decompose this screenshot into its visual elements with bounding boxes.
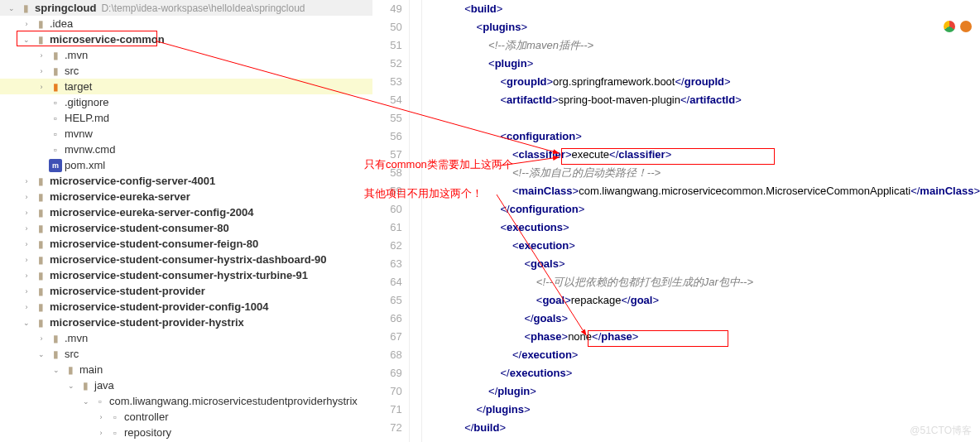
chevron-icon[interactable]: ⌄ bbox=[81, 397, 91, 406]
folder-icon: ▮ bbox=[34, 190, 47, 204]
code-line: <mainClass>com.liwangwang.microserviceco… bbox=[429, 182, 980, 200]
tree-item[interactable]: ›▫controller bbox=[0, 409, 372, 425]
tree-item[interactable]: ›▮microservice-student-consumer-hystrix-… bbox=[0, 252, 372, 267]
tree-item[interactable]: ›▮microservice-config-server-4001 bbox=[0, 173, 372, 189]
firefox-icon[interactable] bbox=[960, 21, 972, 32]
code-line: </configuration> bbox=[429, 200, 980, 219]
folder-icon: ▮ bbox=[49, 65, 62, 78]
chevron-icon[interactable]: › bbox=[36, 67, 46, 75]
tree-item[interactable]: ⌄▮springcloudD:\temp\idea-workspase\hell… bbox=[0, 0, 372, 16]
folder-icon: ▮ bbox=[34, 238, 47, 251]
folder-icon: ▮ bbox=[34, 222, 47, 235]
chevron-icon[interactable]: › bbox=[22, 287, 31, 295]
folder-icon: ▮ bbox=[79, 379, 92, 392]
chevron-icon[interactable]: ⌄ bbox=[22, 36, 31, 44]
folder-icon: ▮ bbox=[49, 332, 62, 345]
tree-item[interactable]: ⌄▮src bbox=[0, 346, 372, 362]
code-line: <configuration> bbox=[429, 127, 980, 146]
tree-item[interactable]: ›▮microservice-student-consumer-feign-80 bbox=[0, 236, 372, 252]
tree-label: .mvn bbox=[65, 332, 88, 344]
tree-item[interactable]: ›▮.mvn bbox=[0, 330, 372, 346]
file-icon: ▫ bbox=[49, 96, 62, 109]
folder-icon: ▮ bbox=[34, 269, 47, 282]
fold-gutter bbox=[410, 0, 422, 442]
tree-label: microservice-student-consumer-hystrix-tu… bbox=[50, 269, 308, 281]
chevron-icon[interactable]: › bbox=[36, 334, 46, 343]
browser-icons bbox=[944, 21, 972, 32]
file-icon: ▫ bbox=[49, 143, 62, 156]
chevron-icon[interactable]: › bbox=[96, 429, 106, 437]
chevron-icon[interactable]: › bbox=[22, 177, 31, 185]
tree-label: microservice-student-consumer-feign-80 bbox=[50, 238, 258, 250]
tree-label: microservice-student-provider bbox=[50, 285, 205, 297]
tree-label: .gitignore bbox=[65, 96, 108, 108]
tree-item[interactable]: ›▮target bbox=[0, 79, 372, 94]
tree-item[interactable]: ›▮microservice-eureka-server bbox=[0, 189, 372, 204]
tree-label: microservice-student-provider-config-100… bbox=[50, 300, 268, 313]
folder-icon: ▮ bbox=[34, 316, 47, 329]
tree-item[interactable]: ›▮microservice-eureka-server-config-2004 bbox=[0, 204, 372, 220]
folder-icon: ▮ bbox=[34, 285, 47, 298]
chrome-icon[interactable] bbox=[944, 21, 955, 32]
code-line: <plugins> bbox=[429, 18, 980, 36]
code-line: </build> bbox=[429, 419, 980, 437]
tree-item[interactable]: ▫mvnw.cmd bbox=[0, 142, 372, 157]
tree-item[interactable]: ⌄▮microservice-common bbox=[0, 31, 372, 47]
chevron-icon[interactable]: › bbox=[22, 240, 31, 248]
tree-item[interactable]: mpom.xml bbox=[0, 157, 372, 173]
tree-item[interactable]: ›▮src bbox=[0, 63, 372, 79]
tree-item[interactable]: ⌄▮main bbox=[0, 362, 372, 377]
tree-label: microservice-eureka-server-config-2004 bbox=[50, 206, 253, 219]
folder-orange-icon: ▮ bbox=[49, 80, 62, 94]
tree-item[interactable]: ⌄▮microservice-student-provider-hystrix bbox=[0, 315, 372, 330]
folder-icon: ▮ bbox=[34, 175, 47, 188]
code-line: </goals> bbox=[429, 310, 980, 328]
chevron-icon[interactable]: › bbox=[36, 83, 46, 91]
code-line: <build> bbox=[429, 0, 980, 18]
code-editor[interactable]: 4950515253545556575859606162636465666768… bbox=[372, 0, 980, 442]
code-line: <goal>repackage</goal> bbox=[429, 291, 980, 310]
chevron-icon[interactable]: › bbox=[96, 413, 106, 421]
project-tree[interactable]: ⌄▮springcloudD:\temp\idea-workspase\hell… bbox=[0, 0, 372, 442]
tree-item[interactable]: ▫.gitignore bbox=[0, 94, 372, 110]
tree-item[interactable]: ⌄▫com.liwangwang.microservicestudentprov… bbox=[0, 393, 372, 409]
code-line: <!--添加maven插件--> bbox=[429, 36, 980, 55]
chevron-icon[interactable]: › bbox=[22, 303, 31, 311]
chevron-icon[interactable]: › bbox=[36, 51, 46, 60]
chevron-icon[interactable]: ⌄ bbox=[22, 319, 31, 327]
tree-item[interactable]: ›▮microservice-student-consumer-hystrix-… bbox=[0, 267, 372, 283]
tree-item[interactable]: ›▮.mvn bbox=[0, 47, 372, 63]
tree-item[interactable]: ▫HELP.md bbox=[0, 110, 372, 126]
tree-item[interactable]: ›▫repository bbox=[0, 425, 372, 440]
chevron-icon[interactable]: › bbox=[22, 271, 31, 280]
folder-icon: ▮ bbox=[34, 33, 47, 46]
folder-icon: ▮ bbox=[34, 17, 47, 31]
chevron-icon[interactable]: ⌄ bbox=[7, 4, 17, 12]
folder-icon: ▮ bbox=[49, 49, 62, 62]
tree-item[interactable]: ›▮microservice-student-provider-config-1… bbox=[0, 299, 372, 315]
chevron-icon[interactable]: ⌄ bbox=[51, 366, 61, 374]
tree-item[interactable]: ›▮.idea bbox=[0, 16, 372, 31]
chevron-icon[interactable]: › bbox=[22, 193, 31, 201]
pkg-icon: ▫ bbox=[108, 411, 122, 424]
code-area: <build> <plugins> <!--添加maven插件--> <plug… bbox=[422, 0, 980, 442]
tree-item[interactable]: ▫mvnw bbox=[0, 126, 372, 142]
tree-label: microservice-eureka-server bbox=[50, 190, 190, 203]
tree-item[interactable]: ›▮microservice-student-provider bbox=[0, 283, 372, 299]
code-line: <artifactId>spring-boot-maven-plugin</ar… bbox=[429, 91, 980, 109]
tree-item[interactable]: ›▮microservice-student-consumer-80 bbox=[0, 220, 372, 236]
chevron-icon[interactable]: ⌄ bbox=[36, 350, 46, 358]
chevron-icon[interactable]: › bbox=[22, 224, 31, 233]
chevron-icon[interactable]: ⌄ bbox=[66, 382, 76, 390]
chevron-icon[interactable]: › bbox=[22, 256, 31, 264]
code-line: </executions> bbox=[429, 364, 980, 382]
code-line: <!--添加自己的启动类路径！--> bbox=[429, 164, 980, 182]
tree-label: repository bbox=[124, 426, 171, 439]
code-line: </plugins> bbox=[429, 401, 980, 419]
tree-label: com.liwangwang.microservicestudentprovid… bbox=[109, 395, 358, 407]
tree-item[interactable]: ⌄▮java bbox=[0, 377, 372, 393]
chevron-icon[interactable]: › bbox=[22, 20, 31, 28]
file-m-icon: m bbox=[49, 159, 62, 172]
code-line: <plugin> bbox=[429, 55, 980, 73]
chevron-icon[interactable]: › bbox=[22, 209, 31, 217]
